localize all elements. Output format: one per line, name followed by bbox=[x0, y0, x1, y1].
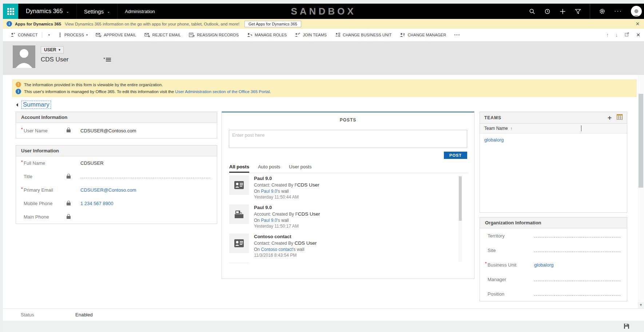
wall-record-link[interactable]: Paul 9.0 bbox=[261, 189, 277, 194]
nav-brand[interactable]: Dynamics 365 ⌄ bbox=[18, 4, 76, 19]
field-title[interactable]: Title bbox=[16, 170, 217, 183]
status-label: Status bbox=[21, 312, 75, 317]
form-notifications: ! The information provided in this form … bbox=[12, 79, 637, 97]
wall-record-link[interactable]: Paul 9.0 bbox=[261, 218, 277, 223]
join-teams-button[interactable]: JOIN TEAMS bbox=[295, 32, 327, 37]
empty-value-dashes bbox=[534, 237, 620, 237]
field-mobile-phone[interactable]: Mobile Phone 1 234 567 8900 bbox=[16, 197, 217, 210]
connect-person-icon bbox=[10, 32, 16, 37]
scrollbar-thumb[interactable] bbox=[459, 176, 462, 221]
approve-email-button[interactable]: APPROVE EMAIL bbox=[96, 32, 136, 37]
tab-user-posts[interactable]: User posts bbox=[289, 164, 311, 173]
bottom-bar bbox=[3, 321, 644, 332]
quick-create-plus-icon[interactable] bbox=[559, 8, 566, 15]
posts-title: POSTS bbox=[222, 112, 474, 126]
field-value: CDSUSER bbox=[80, 160, 104, 166]
popout-icon[interactable] bbox=[624, 32, 629, 38]
status-value: Enabled bbox=[75, 312, 93, 317]
command-overflow-icon[interactable]: ··· bbox=[454, 32, 460, 38]
main-scrollbar[interactable]: ▼ bbox=[638, 75, 644, 308]
nav-page-administration[interactable]: Administration bbox=[117, 4, 162, 19]
post-author: CDS User bbox=[294, 240, 317, 246]
filter-icon[interactable] bbox=[575, 8, 581, 15]
field-manager[interactable]: Manager bbox=[480, 272, 627, 287]
text-cursor bbox=[581, 125, 581, 131]
post-record-title: Paul 9.0 bbox=[254, 175, 319, 182]
save-icon[interactable] bbox=[624, 323, 629, 331]
chevron-down-icon[interactable]: ▾ bbox=[48, 33, 50, 37]
field-position[interactable]: Position bbox=[480, 287, 627, 301]
close-icon[interactable]: ✕ bbox=[636, 21, 640, 27]
chevron-down-icon: ▾ bbox=[86, 33, 88, 37]
posts-tabs: All posts Auto posts User posts bbox=[229, 164, 468, 173]
tab-all-posts[interactable]: All posts bbox=[229, 164, 249, 173]
tab-auto-posts[interactable]: Auto posts bbox=[258, 164, 280, 173]
info-icon: i bbox=[16, 89, 21, 94]
entity-type-dropdown[interactable]: USER ▾ bbox=[41, 46, 64, 53]
collapse-triangle-icon[interactable] bbox=[16, 103, 20, 107]
post-timestamp: 11/3/2016 8:43:54 PM bbox=[254, 252, 317, 258]
warning-icon: ! bbox=[16, 82, 21, 87]
more-commands-icon[interactable]: ··· bbox=[614, 8, 622, 15]
waffle-grid-icon bbox=[7, 8, 14, 15]
open-grid-view-icon[interactable] bbox=[617, 114, 623, 121]
field-main-phone[interactable]: Main Phone bbox=[16, 210, 217, 224]
office365-portal-link[interactable]: User Administration section of the Offic… bbox=[175, 89, 270, 94]
process-icon bbox=[58, 32, 62, 37]
sandbox-watermark: SANDBOX bbox=[291, 6, 356, 17]
settings-gear-icon[interactable] bbox=[599, 8, 605, 15]
change-manager-button[interactable]: CHANGE MANAGER bbox=[399, 32, 446, 37]
field-value: CDSUSER@Contoso.com bbox=[80, 128, 136, 133]
nav-down-icon[interactable]: ↓ bbox=[615, 32, 618, 38]
post-item: Contoso Contact: Created ByCDS User bbox=[229, 263, 462, 263]
record-header: USER ▾ CDS User ▾ bbox=[3, 41, 644, 75]
team-row-globalorg[interactable]: globalorg bbox=[484, 137, 504, 143]
search-icon[interactable] bbox=[529, 8, 535, 15]
lock-icon bbox=[67, 129, 71, 132]
change-business-unit-button[interactable]: CHANGE BUSINESS UNIT bbox=[335, 32, 391, 37]
panel-title: Account Information bbox=[16, 112, 217, 123]
panel-title: Organization Information bbox=[480, 217, 627, 228]
empty-value-dashes bbox=[80, 178, 210, 178]
post-item: Paul 9.0 Account: Created By FCDS User O… bbox=[229, 204, 462, 229]
organization-information-panel: Organization Information Territory Site … bbox=[480, 217, 627, 301]
email-x-icon bbox=[144, 32, 150, 37]
scrollbar-thumb[interactable] bbox=[639, 94, 643, 188]
recent-items-icon[interactable] bbox=[544, 8, 550, 15]
app-launcher-icon[interactable] bbox=[3, 4, 18, 19]
manage-roles-button[interactable]: MANAGE ROLES bbox=[247, 32, 287, 37]
form-selector-icon[interactable]: ▾ bbox=[104, 58, 111, 61]
field-user-name[interactable]: * User Name CDSUSER@Contoso.com bbox=[16, 123, 217, 138]
post-input[interactable] bbox=[229, 130, 467, 148]
status-footer: Status Enabled bbox=[3, 308, 644, 321]
close-form-icon[interactable]: ✕ bbox=[636, 32, 640, 38]
user-avatar[interactable] bbox=[631, 6, 642, 17]
posts-list: Paul 9.0 Contact: Created By FCDS User O… bbox=[229, 175, 462, 263]
reject-email-button[interactable]: REJECT EMAIL bbox=[144, 32, 181, 37]
post-button[interactable]: POST bbox=[444, 152, 467, 159]
field-business-unit[interactable]: * Business Unit globalorg bbox=[480, 257, 627, 272]
record-avatar[interactable] bbox=[13, 45, 35, 68]
field-site[interactable]: Site bbox=[480, 243, 627, 257]
field-territory[interactable]: Territory bbox=[480, 228, 627, 243]
email-link[interactable]: CDSUSER@Contoso.com bbox=[80, 187, 136, 193]
nav-up-icon[interactable]: ↑ bbox=[606, 32, 609, 38]
team-name-column-header[interactable]: Team Name ↑ bbox=[480, 124, 627, 133]
field-primary-email[interactable]: * Primary Email CDSUSER@Contoso.com bbox=[16, 183, 217, 197]
scroll-down-arrow[interactable]: ▼ bbox=[638, 302, 644, 308]
form-body: ! The information provided in this form … bbox=[3, 75, 644, 308]
posts-scrollbar[interactable] bbox=[458, 175, 462, 262]
business-unit-link[interactable]: globalorg bbox=[534, 262, 554, 268]
wall-record-link[interactable]: Contoso contact bbox=[261, 247, 293, 252]
field-full-name[interactable]: * Full Name CDSUSER bbox=[16, 156, 217, 170]
add-team-icon[interactable]: + bbox=[608, 114, 612, 121]
process-button[interactable]: PROCESS ▾ bbox=[58, 32, 88, 37]
nav-area-settings[interactable]: Settings ⌄ bbox=[76, 4, 118, 19]
contact-card-icon bbox=[229, 233, 249, 253]
phone-link[interactable]: 1 234 567 8900 bbox=[80, 201, 113, 206]
connect-button[interactable]: CONNECT ▾ bbox=[10, 32, 50, 38]
get-apps-button[interactable]: Get Apps for Dynamics 365 bbox=[245, 21, 301, 27]
chevron-down-icon: ▾ bbox=[59, 48, 60, 52]
reassign-records-button[interactable]: REASSIGN RECORDS bbox=[189, 32, 239, 37]
summary-tab-label[interactable]: Summary bbox=[21, 101, 51, 109]
